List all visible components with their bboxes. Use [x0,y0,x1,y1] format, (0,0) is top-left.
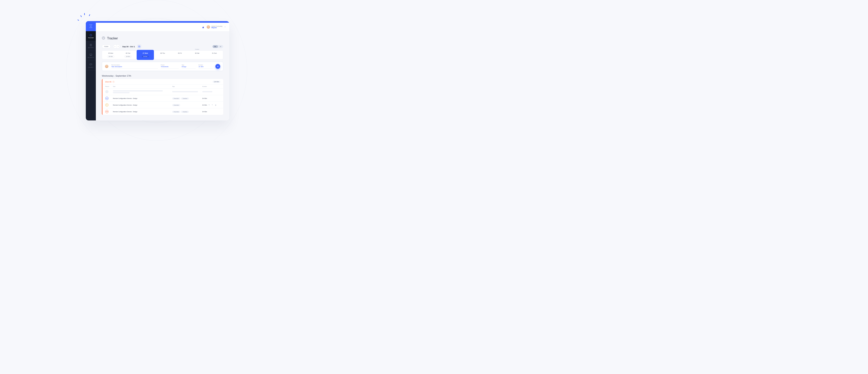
date-range: Sep 30 - Oct 1 [122,46,135,48]
day-label: 29 Fri [171,52,188,54]
nav-label: CHATBOT [88,67,94,68]
task-description-field[interactable]: Task description Task description [111,64,158,68]
col-task: Task [113,86,172,87]
project-panel: Dive 65 ? 12h 50m Person Task Tags Durat… [102,79,223,115]
toolbar: TODAY ‹ › Sep 30 - Oct 1 Me All [102,45,223,49]
day-hours-badge: 12h 50m [107,56,114,58]
calendar-button[interactable] [137,45,141,48]
task-text: Remote Configuration Service - Design [113,111,172,112]
app-window: TRACKER REPORTS PROJECTS CHATBOT [86,21,229,120]
svg-rect-5 [138,46,140,47]
refresh-icon[interactable]: ↻ [208,104,210,106]
table-row[interactable]: RKRemote Configuration Service - DesignF… [102,102,223,108]
panel-header: Dive 65 ? 12h 50m [102,79,223,84]
next-week-button[interactable]: › [117,45,120,48]
day-label: 31 Sun [206,52,223,54]
row-duration: 0h 50m [202,98,207,99]
nav-label: REPORTS [88,47,94,48]
day-cell[interactable]: October 30 Sat [188,51,206,59]
tags-field[interactable]: Tags Design [182,64,196,68]
scope-toggle: Me All [212,45,223,48]
page-header: Tracker [102,36,223,44]
topbar: Anatol Kozlowsky Miquido ▼ [96,23,229,31]
project-title[interactable]: Dive 65 ? [105,81,115,83]
today-button[interactable]: TODAY [102,45,111,48]
user-company: Miquido [211,27,222,28]
entry-avatar [105,64,108,68]
plus-icon: + [217,65,219,68]
day-cell-active[interactable]: 27 Wed 12h 50m [136,50,154,60]
day-heading: Wednesday - September 27th [102,75,223,77]
day-cell[interactable]: 28 Thu [154,51,171,59]
month-label: October [188,49,206,50]
project-field[interactable]: Project Timesheets [161,64,179,68]
tag-chip: Overtime [181,97,189,99]
clock-icon [89,34,92,37]
delete-icon[interactable]: 🗑 [215,104,217,106]
col-tags: Tags [172,86,202,87]
nav-reports[interactable]: REPORTS [86,41,96,51]
day-cell[interactable]: 26 Tue 12h 50m [119,51,136,59]
day-label: 25 Mon [102,52,119,54]
nav-label: TRACKER [88,37,94,38]
row-duration: 0h 50m [202,104,207,106]
week-selector: 25 Mon 12h 50m 26 Tue 12h 50m 27 Wed 12h… [102,51,223,59]
nav-tracker[interactable]: TRACKER [86,31,96,41]
task-text: Remote Configuration Service - Design [113,98,172,99]
user-name: Anatol Kozlowsky [211,26,222,27]
col-person: Person [105,86,113,87]
tag-chip: Front-End [172,104,180,106]
content-area: Tracker TODAY ‹ › Sep 30 - Oct 1 Me All … [96,31,229,120]
new-entry-card: Task description Task description Projec… [102,62,223,71]
page-title: Tracker [107,37,118,40]
date-nav: ‹ › [113,45,120,49]
duration-field[interactable]: Duration 1h 30m [198,64,213,68]
prev-week-button[interactable]: ‹ [113,45,117,48]
add-entry-button[interactable]: + [215,64,220,69]
chat-icon [89,63,92,66]
notifications-icon[interactable] [202,26,204,28]
day-hours-badge: 12h 50m [142,56,149,57]
column-headers: Person Task Tags Duration [102,84,223,88]
document-icon [89,44,92,47]
svg-rect-2 [90,54,92,55]
tag-chip: Front-End [172,111,180,113]
hourglass-icon [89,24,92,28]
window-accent-bar [86,21,229,23]
day-label: 26 Tue [119,52,136,54]
day-cell[interactable]: 31 Sun [206,51,223,59]
col-duration: Duration [202,86,220,87]
table-row-loading [102,88,223,95]
table-row[interactable]: KSRemote Configuration Service - DesignF… [102,95,223,102]
sidebar: TRACKER REPORTS PROJECTS CHATBOT [86,21,96,120]
day-hours-badge: 12h 50m [124,56,131,58]
person-initials: KM [105,110,108,113]
scope-me[interactable]: Me [213,45,218,48]
project-total-duration: 12h 50m [213,81,220,83]
nav-label: PROJECTS [88,57,94,58]
help-icon[interactable]: ? [113,81,115,83]
tag-chip: Overtime [181,111,189,113]
board-icon [89,54,92,56]
calendar-icon [138,46,140,48]
nav-projects[interactable]: PROJECTS [86,51,96,61]
table-row[interactable]: KMRemote Configuration Service - DesignF… [102,108,223,115]
day-cell[interactable]: 29 Fri [171,51,188,59]
edit-icon[interactable]: ✎ [211,104,213,106]
nav-chatbot[interactable]: CHATBOT [86,61,96,70]
person-initials: RK [105,103,108,107]
svg-point-3 [203,27,204,27]
user-menu[interactable]: Anatol Kozlowsky Miquido ▼ [207,25,226,29]
app-logo[interactable] [86,21,96,31]
day-cell[interactable]: 25 Mon 12h 50m [102,51,119,59]
day-label: 28 Thu [154,52,171,54]
row-duration: 0h 50m [202,111,207,112]
person-initials: KS [105,97,108,100]
avatar-placeholder [105,90,108,93]
day-label: 27 Wed [136,52,154,54]
clock-icon [102,36,105,40]
scope-all[interactable]: All [218,45,223,48]
tag-chip: Front-End [172,97,180,99]
task-text: Remote Configuration Service - Design [113,104,172,106]
chevron-down-icon: ▼ [224,26,226,28]
